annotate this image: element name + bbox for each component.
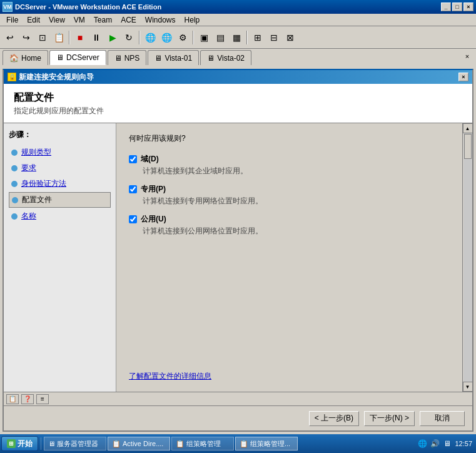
step-auth[interactable]: 身份验证方法 [9,176,111,191]
toolbar-btn-8[interactable]: ▣ [196,30,211,45]
toolbar-btn-5[interactable]: 🌐 [143,30,158,45]
maximize-button[interactable]: □ [452,3,462,11]
step-label-name[interactable]: 名称 [21,211,36,221]
taskbar-item-1[interactable]: 🖥 服务器管理器 [44,437,106,450]
taskbar-icon-1: 🖥 [48,440,55,447]
private-label[interactable]: 专用(P) [141,184,166,195]
toolbar-play[interactable]: ▶ [105,30,120,45]
toolbar-sep-3 [193,31,194,44]
toolbar: ↩ ↪ ⊡ 📋 ■ ⏸ ▶ ↻ 🌐 🌐 ⚙ ▣ ▤ ▦ ⊞ ⊟ ⊠ [0,26,476,49]
tab-nps-label: NPS [124,54,140,63]
tab-vista01-label: Vista-01 [165,54,192,63]
menu-edit[interactable]: Edit [23,14,44,26]
button-bar: < 上一步(B) 下一步(N) > 取消 [4,405,472,430]
step-dot-5 [11,213,18,220]
toolbar-btn-6[interactable]: 🌐 [159,30,174,45]
step-profile[interactable]: 配置文件 [9,192,111,208]
checkbox-public: 公用(U) 计算机连接到公用网络位置时应用。 [129,214,450,237]
tray-icon-1: 🌐 [417,439,427,449]
start-button[interactable]: ⊞ 开始 [1,436,38,451]
tab-dcserver[interactable]: 🖥 DCServer [49,50,106,65]
scrollbar-thumb[interactable] [464,134,472,159]
menu-view[interactable]: View [45,14,69,26]
window-title: DCServer - VMware Workstation ACE Editio… [15,3,161,11]
dialog-title-label: 新建连接安全规则向导 [19,72,94,83]
taskbar-icon-2: 📋 [112,440,121,448]
checkbox-private-row: 专用(P) [129,184,450,195]
taskbar-item-4[interactable]: 📋 组策略管理... [235,437,298,450]
step-label-auth[interactable]: 身份验证方法 [21,178,66,189]
tab-vista01-icon: 🖥 [154,54,162,63]
title-bar-buttons: _ □ × [441,3,473,11]
minimize-button[interactable]: _ [441,3,451,11]
public-checkbox[interactable] [129,215,137,223]
toolbar-btn-13[interactable]: ⊠ [283,30,298,45]
question-text: 何时应用该规则? [129,133,450,144]
status-icon-3[interactable]: ≡ [36,394,49,404]
tab-home-label: Home [21,54,41,63]
dialog-title-bar: 🔒 新建连接安全规则向导 × [4,70,472,84]
step-require[interactable]: 要求 [9,161,111,175]
domain-checkbox[interactable] [129,155,137,163]
toolbar-btn-2[interactable]: ↪ [19,30,34,45]
cancel-button[interactable]: 取消 [420,411,465,426]
next-button[interactable]: 下一步(N) > [364,411,415,426]
close-window-button[interactable]: × [463,3,473,11]
tab-bar-close[interactable]: × [462,51,472,61]
dialog-header-title: 配置文件 [14,91,462,104]
menu-help[interactable]: Help [181,14,204,26]
dialog-status-bar: 📋 ❓ ≡ [4,392,472,405]
public-desc: 计算机连接到公用网络位置时应用。 [143,226,450,237]
taskbar-item-3[interactable]: 📋 组策略管理 [171,437,234,450]
taskbar-right: 🌐 🔊 🖥 12:57 [417,439,475,449]
toolbar-btn-9[interactable]: ▤ [213,30,228,45]
public-label[interactable]: 公用(U) [141,214,166,225]
tab-nps[interactable]: 🖥 NPS [108,50,147,65]
toolbar-btn-12[interactable]: ⊟ [266,30,281,45]
checkbox-domain-row: 域(D) [129,154,450,165]
scrollbar-up[interactable]: ▲ [463,123,473,133]
toolbar-pause[interactable]: ⏸ [89,30,104,45]
step-rule-type[interactable]: 规则类型 [9,145,111,160]
menu-windows[interactable]: Windows [141,14,180,26]
domain-desc: 计算机连接到其企业域时应用。 [143,166,450,176]
tray-icon-3: 🖥 [442,439,452,449]
menu-ace[interactable]: ACE [117,14,140,26]
taskbar-item-2[interactable]: 📋 Active Dire.... [108,437,170,450]
private-checkbox[interactable] [129,185,137,193]
toolbar-stop[interactable]: ■ [73,30,88,45]
tab-vista02[interactable]: 🖥 Vista-02 [200,50,251,65]
title-bar: VM DCServer - VMware Workstation ACE Edi… [0,0,476,14]
menu-team[interactable]: Team [90,14,116,26]
step-name[interactable]: 名称 [9,209,111,223]
back-button[interactable]: < 上一步(B) [309,411,359,426]
dialog-close-btn[interactable]: × [458,73,468,81]
taskbar-label-2: Active Dire.... [123,440,163,447]
step-label-rule-type[interactable]: 规则类型 [21,147,51,158]
toolbar-btn-1[interactable]: ↩ [3,30,18,45]
tab-vista01[interactable]: 🖥 Vista-01 [148,50,199,65]
scrollbar-down[interactable]: ▼ [463,382,473,392]
dialog: 🔒 新建连接安全规则向导 × 配置文件 指定此规则应用的配置文件 步骤： 规则类… [3,69,473,432]
main-panel: 何时应用该规则? 域(D) 计算机连接到其企业域时应用。 [116,123,462,392]
toolbar-btn-4[interactable]: 📋 [51,30,66,45]
tab-home[interactable]: 🏠 Home [3,50,48,65]
step-dot-2 [11,165,18,171]
tab-dcserver-icon: 🖥 [56,53,64,62]
taskbar-time: 12:57 [455,440,472,447]
toolbar-refresh[interactable]: ↻ [121,30,136,45]
info-link[interactable]: 了解配置文件的详细信息 [129,361,450,382]
dialog-title-icon: 🔒 [8,73,16,81]
checkbox-domain: 域(D) 计算机连接到其企业域时应用。 [129,154,450,176]
toolbar-btn-3[interactable]: ⊡ [35,30,50,45]
menu-vm[interactable]: VM [70,14,89,26]
status-icon-1[interactable]: 📋 [6,394,19,404]
toolbar-btn-11[interactable]: ⊞ [250,30,265,45]
step-label-require[interactable]: 要求 [21,163,36,173]
domain-label[interactable]: 域(D) [141,154,159,165]
taskbar-label-3: 组策略管理 [186,439,221,449]
menu-file[interactable]: File [3,14,22,26]
toolbar-btn-7[interactable]: ⚙ [175,30,190,45]
toolbar-btn-10[interactable]: ▦ [229,30,244,45]
status-icon-2[interactable]: ❓ [21,394,34,404]
